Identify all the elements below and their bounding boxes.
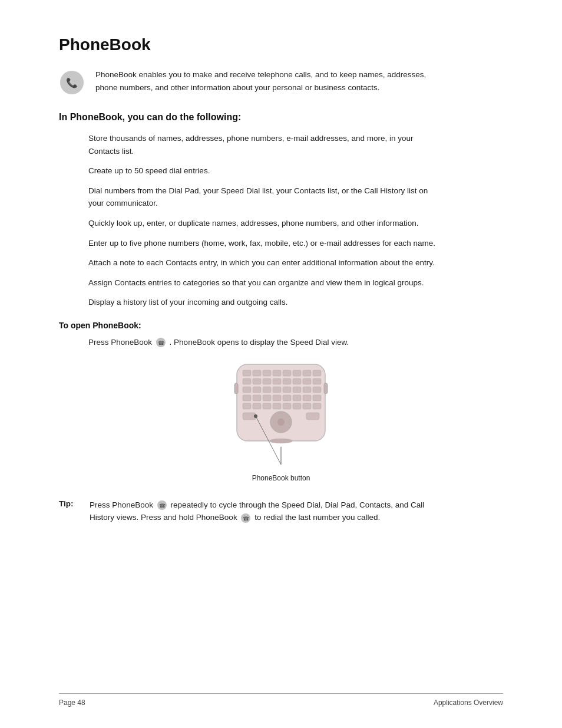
phonebook-app-icon: 📞	[59, 70, 85, 95]
svg-rect-14	[243, 378, 251, 384]
list-item: Assign Contacts entries to categories so…	[88, 276, 442, 289]
svg-rect-45	[313, 403, 321, 409]
list-item: Attach a note to each Contacts entry, in…	[88, 256, 442, 269]
svg-rect-43	[293, 403, 301, 409]
open-text-prefix: Press PhoneBook	[88, 338, 152, 347]
svg-rect-40	[263, 403, 271, 409]
list-item: Store thousands of names, addresses, pho…	[88, 132, 442, 157]
svg-text:☎: ☎	[157, 340, 164, 346]
tip-label: Tip:	[59, 499, 81, 508]
svg-rect-24	[263, 387, 271, 393]
svg-rect-30	[243, 395, 251, 401]
device-label: PhoneBook button	[252, 474, 310, 482]
svg-rect-28	[303, 387, 311, 393]
svg-rect-42	[283, 403, 291, 409]
svg-rect-22	[243, 387, 251, 393]
footer-right: Applications Overview	[434, 699, 503, 707]
section-heading: In PhoneBook, you can do the following:	[59, 112, 503, 123]
footer-left: Page 48	[59, 699, 85, 707]
list-item: Create up to 50 speed dial entries.	[88, 164, 442, 177]
svg-rect-8	[263, 370, 271, 376]
svg-rect-18	[283, 378, 291, 384]
svg-rect-13	[313, 370, 321, 376]
svg-rect-21	[313, 378, 321, 384]
svg-point-48	[277, 419, 285, 426]
svg-rect-16	[263, 378, 271, 384]
svg-rect-38	[243, 403, 251, 409]
inline-phone-icon-tip1: ☎	[157, 500, 167, 510]
page: PhoneBook 📞 PhoneBook enables you to mak…	[0, 0, 562, 728]
svg-rect-33	[273, 395, 281, 401]
tip-block: Tip: Press PhoneBook ☎ repeatedly to cyc…	[59, 499, 503, 524]
svg-rect-36	[303, 395, 311, 401]
svg-rect-12	[303, 370, 311, 376]
svg-rect-7	[253, 370, 261, 376]
list-item: Enter up to five phone numbers (home, wo…	[88, 237, 442, 250]
svg-rect-25	[273, 387, 281, 393]
svg-text:☎: ☎	[243, 516, 249, 522]
svg-rect-44	[303, 403, 311, 409]
svg-rect-39	[253, 403, 261, 409]
open-section: To open PhoneBook: Press PhoneBook ☎ . P…	[59, 321, 503, 482]
svg-rect-11	[293, 370, 301, 376]
svg-rect-34	[283, 395, 291, 401]
svg-text:📞: 📞	[66, 77, 78, 88]
svg-rect-15	[253, 378, 261, 384]
footer: Page 48 Applications Overview	[59, 693, 503, 707]
svg-rect-31	[253, 395, 261, 401]
svg-rect-9	[273, 370, 281, 376]
svg-rect-46	[243, 413, 256, 420]
page-title: PhoneBook	[59, 35, 503, 54]
list-item: Display a history list of your incoming …	[88, 296, 442, 309]
list-item: Dial numbers from the Dial Pad, your Spe…	[88, 185, 442, 210]
svg-rect-19	[293, 378, 301, 384]
intro-block: 📞 PhoneBook enables you to make and rece…	[59, 68, 503, 95]
inline-phone-icon-tip2: ☎	[240, 513, 251, 523]
open-heading: To open PhoneBook:	[59, 321, 503, 330]
svg-rect-27	[293, 387, 301, 393]
svg-rect-32	[263, 395, 271, 401]
svg-rect-26	[283, 387, 291, 393]
svg-rect-6	[243, 370, 251, 376]
svg-rect-17	[273, 378, 281, 384]
open-instruction: Press PhoneBook ☎ . PhoneBook opens to d…	[88, 336, 503, 349]
svg-text:☎: ☎	[158, 503, 165, 509]
svg-rect-50	[234, 383, 238, 394]
list-item: Quickly look up, enter, or duplicate nam…	[88, 217, 442, 230]
tip-text-suffix: to redial the last number you called.	[254, 513, 380, 522]
svg-rect-23	[253, 387, 261, 393]
svg-rect-20	[303, 378, 311, 384]
features-list: Store thousands of names, addresses, pho…	[88, 132, 503, 309]
svg-rect-29	[313, 387, 321, 393]
inline-phone-icon: ☎	[156, 337, 166, 348]
svg-rect-35	[293, 395, 301, 401]
device-svg	[219, 360, 343, 472]
intro-text: PhoneBook enables you to make and receiv…	[95, 68, 449, 94]
svg-rect-41	[273, 403, 281, 409]
svg-rect-37	[313, 395, 321, 401]
device-illustration: PhoneBook button	[204, 360, 358, 482]
svg-point-52	[269, 439, 293, 443]
svg-rect-51	[324, 383, 328, 394]
tip-text: Press PhoneBook ☎ repeatedly to cycle th…	[90, 499, 425, 524]
open-text-suffix: . PhoneBook opens to display the Speed D…	[170, 338, 349, 347]
tip-text-prefix: Press PhoneBook	[90, 500, 153, 509]
svg-rect-49	[306, 413, 319, 420]
svg-rect-10	[283, 370, 291, 376]
